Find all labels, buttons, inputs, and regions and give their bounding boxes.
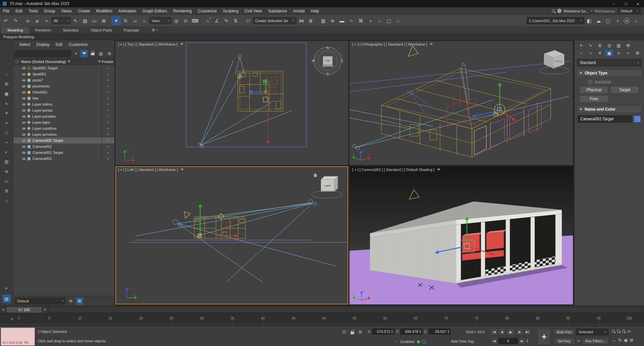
menu-modifiers[interactable]: Modifiers (93, 7, 115, 15)
explorer-layers-button[interactable] (67, 297, 74, 305)
geometry-category-icon[interactable] (577, 50, 585, 57)
orbit-icon[interactable] (618, 338, 622, 342)
window-crossing-toggle[interactable] (99, 16, 108, 25)
object-type-rollout[interactable]: Object Type (577, 69, 642, 77)
ribbon-display-toggle[interactable] (150, 26, 160, 33)
visibility-eye-icon[interactable] (22, 146, 25, 148)
material-editor-button[interactable] (366, 16, 375, 25)
frozen-cell[interactable] (102, 156, 114, 162)
search-icon[interactable] (552, 9, 555, 12)
previous-frame-button[interactable] (498, 329, 505, 335)
frozen-cell[interactable] (102, 137, 114, 143)
menu-help[interactable]: Help (308, 7, 322, 15)
display-materials-icon[interactable] (3, 148, 10, 156)
maxscript-mini-listener[interactable]: Scripting Mi (1, 328, 35, 346)
render-in-cloud-button[interactable] (594, 16, 603, 25)
visibility-eye-icon[interactable] (22, 158, 25, 160)
time-slider-handle[interactable]: 0 / 100 (7, 307, 42, 312)
previous-frame-arrow[interactable]: < (1, 307, 6, 312)
scene-object-row[interactable]: Camera002 (13, 143, 114, 150)
frozen-column-header[interactable]: Frozen (98, 58, 113, 65)
schematic-view-button[interactable] (356, 16, 365, 25)
zoom-all-icon[interactable] (617, 330, 620, 333)
viewport-camera002[interactable]: [ + ] [ Camera002 ] [ Standard ] [ Defau… (350, 166, 573, 304)
go-to-end-button[interactable] (524, 329, 531, 335)
target-camera-button[interactable]: Target (610, 86, 639, 94)
open-rendered-frame-button[interactable] (603, 16, 612, 25)
play-button[interactable] (506, 329, 516, 335)
viewport-ortho-label[interactable]: [ + ] [ Orthographic ] [ Standard ] [ Wi… (352, 42, 433, 46)
scene-object-row[interactable]: Spot001 (13, 71, 114, 77)
display-containers-icon[interactable] (3, 168, 10, 175)
display-lights-icon[interactable] (3, 109, 10, 117)
frozen-cell[interactable] (102, 95, 114, 101)
selection-filter-dropdown[interactable]: All (51, 17, 71, 24)
viewcube-compass[interactable]: TOP N W S E (312, 46, 343, 76)
spinner-icon[interactable] (447, 330, 449, 333)
menu-file[interactable]: File (0, 7, 12, 15)
frame-forward-button[interactable] (519, 338, 526, 344)
render-production-button[interactable] (394, 16, 403, 25)
add-time-tag[interactable]: Add Time Tag (451, 339, 474, 343)
scene-object-row[interactable]: Layer:caixilhos (13, 125, 114, 131)
viewport-filter-funnel-icon[interactable] (437, 169, 440, 171)
explorer-column-header[interactable]: Name (Sorted Descending) Frozen (13, 58, 114, 65)
y-coordinate-field[interactable]: 595.978 (400, 329, 423, 335)
create-tab[interactable] (577, 42, 585, 49)
spinner-icon[interactable] (419, 330, 421, 333)
object-color-swatch[interactable] (634, 115, 641, 123)
percent-snap-toggle[interactable] (222, 16, 231, 25)
toggle-layer-explorer-button[interactable] (328, 16, 337, 25)
modify-tab[interactable] (586, 42, 595, 49)
visibility-eye-icon[interactable] (22, 103, 25, 106)
shapes-category-icon[interactable] (586, 50, 595, 57)
pan-icon[interactable] (612, 338, 616, 342)
systems-category-icon[interactable] (633, 50, 642, 57)
undo-button[interactable] (1, 16, 10, 25)
frozen-cell[interactable] (102, 89, 114, 95)
create-key-button[interactable] (537, 328, 551, 345)
column-chooser-icon[interactable] (97, 50, 105, 57)
visibility-eye-icon[interactable] (22, 115, 25, 118)
explorer-menu-display[interactable]: Display (33, 40, 52, 49)
current-frame-field[interactable]: 0 (498, 338, 518, 344)
angle-snap-toggle[interactable] (212, 16, 221, 25)
filter-funnel-icon[interactable] (80, 50, 88, 57)
explorer-menu-select[interactable]: Select (16, 40, 33, 49)
visibility-eye-icon[interactable] (22, 152, 25, 154)
selection-region-button[interactable] (90, 16, 99, 25)
align-button[interactable] (306, 16, 315, 25)
frozen-cell[interactable] (102, 150, 114, 156)
select-by-name-button[interactable] (80, 16, 90, 25)
object-name-field[interactable]: Camera002.Target (578, 115, 632, 123)
reference-coordinate-dropdown[interactable]: View (149, 17, 171, 24)
ribbon-panel-strip[interactable]: Polygon Modeling (0, 34, 644, 40)
scene-object-row[interactable]: Omni001 (13, 89, 114, 95)
snaps-toggle-button[interactable]: 3 (203, 16, 212, 25)
visibility-eye-icon[interactable] (22, 73, 25, 75)
menu-graph-editors[interactable]: Graph Editors (139, 7, 170, 15)
explorer-menu-customize[interactable]: Customize (65, 40, 91, 49)
display-frozen-icon[interactable] (3, 177, 10, 185)
name-column-header[interactable]: Name (Sorted Descending) (21, 60, 66, 64)
visibility-eye-icon[interactable] (22, 139, 25, 142)
minimize-button[interactable] (608, 0, 620, 7)
redo-button[interactable] (11, 16, 20, 25)
display-xrefs-icon[interactable] (3, 197, 10, 204)
menu-group[interactable]: Group (41, 7, 58, 15)
go-to-start-button[interactable] (491, 329, 498, 335)
select-object-button[interactable] (71, 16, 80, 25)
visibility-eye-icon[interactable] (22, 121, 25, 124)
physical-camera-button[interactable]: Physical (580, 86, 608, 94)
frame-spinner-icon[interactable] (526, 339, 528, 343)
viewport-filter-funnel-icon[interactable] (180, 169, 184, 171)
maximize-button[interactable] (620, 0, 632, 7)
viewcube[interactable]: FRONT (539, 50, 569, 74)
workspace-dropdown[interactable]: Default (618, 8, 641, 14)
lights-category-icon[interactable] (596, 50, 604, 57)
move-gizmo[interactable] (472, 82, 516, 121)
visibility-eye-icon[interactable] (22, 85, 25, 88)
select-and-rotate-button[interactable] (121, 16, 130, 25)
scene-object-row[interactable]: Camera001 (13, 156, 114, 162)
edit-named-selection-sets-button[interactable] (244, 16, 253, 25)
